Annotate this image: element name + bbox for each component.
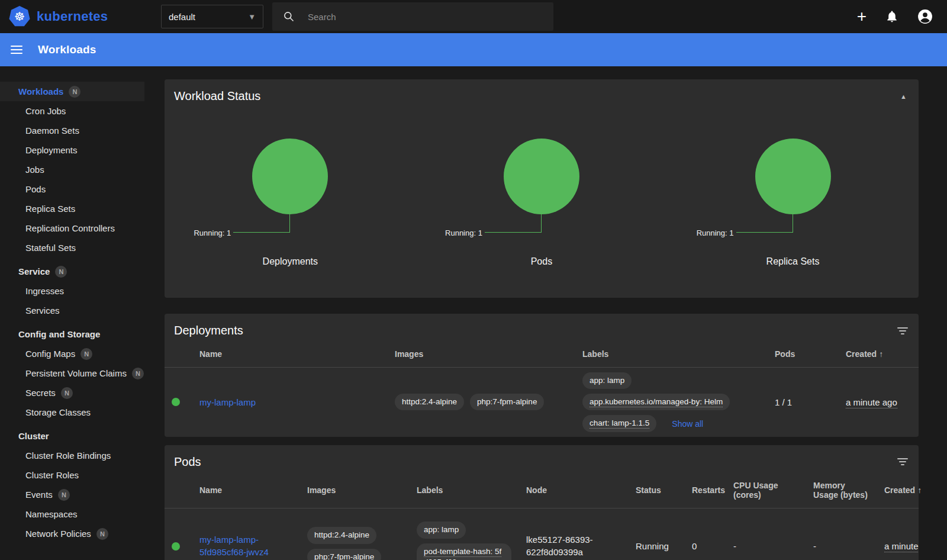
sidebar-item-label: Cluster Roles	[25, 470, 79, 480]
search-icon	[283, 11, 295, 22]
column-name[interactable]: Name	[191, 342, 386, 367]
column-pods[interactable]: Pods	[766, 342, 838, 367]
callout-line	[485, 214, 542, 233]
sidebar-item-jobs[interactable]: Jobs	[0, 160, 144, 179]
column-created[interactable]: Created↑	[838, 342, 919, 367]
deployment-row: my-lamp-lamp httpd:2.4-alpine php:7-fpm-…	[165, 368, 919, 437]
chart-title: Pods	[531, 256, 552, 267]
deployment-link[interactable]: my-lamp-lamp	[199, 397, 256, 407]
sidebar-item-stateful-sets[interactable]: Stateful Sets	[0, 238, 144, 258]
sidebar-item-config-maps[interactable]: Config MapsN	[0, 344, 144, 363]
sidebar-item-replica-sets[interactable]: Replica Sets	[0, 199, 144, 218]
pod-link[interactable]: my-lamp-lamp-5fd985cf68-jwvz4	[199, 535, 269, 556]
pod-restarts: 0	[684, 536, 725, 556]
column-images[interactable]: Images	[386, 342, 574, 367]
column-restarts[interactable]: Restarts	[684, 478, 725, 503]
sidebar-item-label: Cron Jobs	[25, 106, 66, 116]
callout-line	[736, 214, 793, 233]
sidebar-item-ingresses[interactable]: Ingresses	[0, 281, 144, 301]
pie-chart-deployments	[252, 139, 328, 214]
column-status	[165, 347, 191, 362]
sidebar-item-label: Replication Controllers	[25, 223, 115, 233]
pie-chart-replica-sets	[755, 139, 831, 214]
sidebar-item-label: Secrets	[25, 388, 56, 398]
sidebar-item-label: Ingresses	[25, 286, 64, 296]
label-chip: chart: lamp-1.1.5	[582, 415, 656, 432]
sidebar-item-service[interactable]: ServiceN	[0, 262, 144, 281]
sidebar-item-namespaces[interactable]: Namespaces	[0, 504, 144, 524]
namespace-selector[interactable]: default ▼	[161, 5, 263, 28]
sidebar-item-workloads[interactable]: WorkloadsN	[0, 82, 144, 101]
sidebar-item-network-policies[interactable]: Network PoliciesN	[0, 524, 144, 543]
namespace-value: default	[169, 12, 195, 22]
svg-text:☸: ☸	[14, 9, 25, 24]
sidebar-item-deployments[interactable]: Deployments	[0, 140, 144, 160]
column-node[interactable]: Node	[518, 478, 627, 503]
column-status[interactable]: Status	[627, 478, 684, 503]
sidebar-item-services[interactable]: Services	[0, 301, 144, 320]
sidebar-item-label: Stateful Sets	[25, 243, 76, 253]
chart-pods: Running: 1 Pods	[416, 139, 668, 267]
sidebar-item-label: Replica Sets	[25, 204, 75, 214]
sidebar-item-daemon-sets[interactable]: Daemon Sets	[0, 121, 144, 140]
app-bar: Workloads	[0, 33, 947, 66]
column-images[interactable]: Images	[299, 478, 408, 503]
search-input[interactable]	[308, 12, 521, 22]
sidebar-item-label: Config and Storage	[18, 329, 100, 339]
workload-status-charts: Running: 1 Deployments Running: 1 Pods	[165, 139, 919, 267]
sidebar-nav: WorkloadsNCron JobsDaemon SetsDeployment…	[0, 66, 154, 560]
sidebar-item-label: Workloads	[18, 86, 63, 96]
kubernetes-logo-icon: ☸	[8, 5, 31, 28]
column-labels[interactable]: Labels	[408, 478, 518, 503]
column-labels[interactable]: Labels	[574, 342, 766, 367]
sidebar-item-secrets[interactable]: SecretsN	[0, 383, 144, 403]
sidebar-item-cluster-role-bindings[interactable]: Cluster Role Bindings	[0, 446, 144, 465]
namespaced-badge: N	[58, 489, 70, 501]
create-resource-icon[interactable]: +	[857, 8, 867, 25]
image-chip: httpd:2.4-alpine	[307, 527, 376, 543]
filter-icon[interactable]	[896, 456, 909, 468]
sidebar-item-label: Storage Classes	[25, 407, 91, 417]
column-cpu[interactable]: CPU Usage (cores)	[725, 474, 805, 508]
collapse-arrow-icon[interactable]: ▲	[898, 91, 909, 102]
sidebar-item-label: Namespaces	[25, 509, 78, 519]
sidebar-item-cluster-roles[interactable]: Cluster Roles	[0, 465, 144, 485]
chart-deployments: Running: 1 Deployments	[165, 139, 416, 267]
sidebar-item-label: Deployments	[25, 145, 78, 155]
sidebar-item-storage-classes[interactable]: Storage Classes	[0, 403, 144, 422]
sidebar-item-label: Daemon Sets	[25, 125, 79, 136]
sidebar-item-cron-jobs[interactable]: Cron Jobs	[0, 101, 144, 121]
page-title: Workloads	[38, 43, 96, 56]
pods-count: 1 / 1	[766, 392, 838, 412]
created-timestamp: a minute ago	[884, 541, 919, 552]
show-all-link[interactable]: Show all	[672, 419, 703, 429]
account-avatar-icon[interactable]	[917, 9, 933, 24]
filter-icon[interactable]	[896, 325, 909, 337]
menu-hamburger-icon[interactable]	[11, 46, 22, 54]
sort-asc-icon: ↑	[917, 485, 922, 495]
namespaced-badge: N	[132, 368, 144, 379]
chart-replica-sets: Running: 1 Replica Sets	[667, 139, 919, 267]
column-memory[interactable]: Memory Usage (bytes)	[805, 474, 876, 508]
sidebar-item-replication-controllers[interactable]: Replication Controllers	[0, 218, 144, 238]
image-chip: php:7-fpm-alpine	[470, 394, 544, 410]
brand-name: kubernetes	[37, 9, 108, 24]
sidebar-item-events[interactable]: EventsN	[0, 485, 144, 504]
status-ok-icon	[172, 398, 180, 406]
pie-slice-label: Running: 1	[697, 228, 734, 237]
node-name: lke55127-86393-622f8d09399a	[518, 529, 627, 560]
pods-title: Pods	[174, 455, 201, 469]
pods-card: Pods Name Images Labels Node Status Rest…	[165, 445, 919, 560]
workload-status-title: Workload Status	[174, 89, 260, 103]
column-name[interactable]: Name	[191, 478, 299, 503]
search-box[interactable]	[272, 2, 553, 31]
notifications-bell-icon[interactable]	[885, 10, 898, 23]
sidebar-item-pods[interactable]: Pods	[0, 179, 144, 199]
sidebar-item-persistent-volume-claims[interactable]: Persistent Volume ClaimsN	[0, 363, 144, 383]
column-created[interactable]: Created↑	[876, 478, 926, 503]
pod-memory-usage: -	[805, 536, 876, 556]
callout-line	[233, 214, 290, 233]
sidebar-item-config-and-storage: Config and Storage	[0, 324, 144, 344]
sort-asc-icon: ↑	[879, 349, 883, 359]
brand[interactable]: ☸ kubernetes	[0, 5, 154, 28]
